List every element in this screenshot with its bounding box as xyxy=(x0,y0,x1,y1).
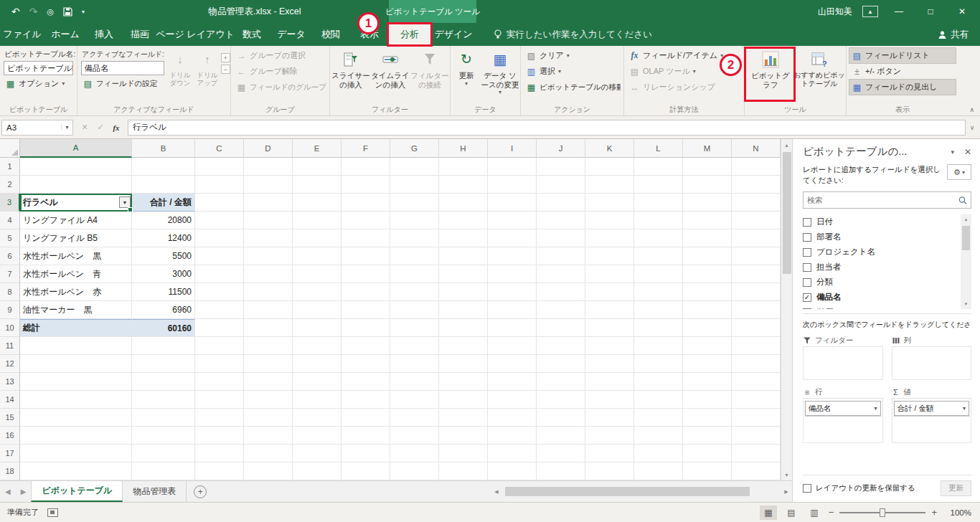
cell-I7[interactable] xyxy=(488,265,537,283)
cell-E12[interactable] xyxy=(293,355,341,373)
cell-M1[interactable] xyxy=(683,158,732,176)
tab-insert[interactable]: 挿入 xyxy=(86,23,122,46)
row-header-1[interactable]: 1 xyxy=(0,158,20,176)
cell-G14[interactable] xyxy=(390,391,439,409)
collapse-field-icon[interactable]: − xyxy=(221,65,230,74)
tell-me-box[interactable]: 実行したい作業を入力してください xyxy=(494,23,652,46)
cell-N2[interactable] xyxy=(732,176,781,194)
cell-D8[interactable] xyxy=(244,283,293,301)
row-header-17[interactable]: 17 xyxy=(0,445,20,462)
cancel-icon[interactable]: ✕ xyxy=(77,123,92,132)
row-header-8[interactable]: 8 xyxy=(0,283,20,301)
cell-D13[interactable] xyxy=(244,373,293,391)
cell-F18[interactable] xyxy=(341,462,390,480)
cell-B17[interactable] xyxy=(132,445,195,462)
zoom-in-icon[interactable]: + xyxy=(931,507,937,518)
zoom-slider[interactable] xyxy=(839,512,925,513)
zoom-out-icon[interactable]: − xyxy=(829,507,834,518)
cell-F15[interactable] xyxy=(341,409,390,427)
cell-K5[interactable] xyxy=(585,229,634,247)
cell-C13[interactable] xyxy=(195,373,244,391)
field-list-scrollbar[interactable]: ▲ ▼ xyxy=(961,214,971,309)
column-header-C[interactable]: C xyxy=(195,139,244,158)
cell-J11[interactable] xyxy=(537,337,585,355)
recommended-pivottables-button[interactable]: ? おすすめピボットテーブル xyxy=(793,47,845,104)
pane-options-icon[interactable]: ▾ xyxy=(945,148,960,156)
cell-F2[interactable] xyxy=(341,176,390,194)
tab-formulas[interactable]: 数式 xyxy=(232,23,271,46)
row-header-6[interactable]: 6 xyxy=(0,247,20,265)
cell-F9[interactable] xyxy=(341,301,390,319)
cell-F17[interactable] xyxy=(341,445,390,462)
columns-area[interactable] xyxy=(892,347,972,380)
cell-M3[interactable] xyxy=(683,194,732,212)
cell-L17[interactable] xyxy=(634,445,683,462)
cell-E8[interactable] xyxy=(293,283,341,301)
tab-review[interactable]: 校閲 xyxy=(311,23,350,46)
column-header-L[interactable]: L xyxy=(634,139,683,158)
cell-F5[interactable] xyxy=(341,229,390,247)
cell-E10[interactable] xyxy=(293,319,341,337)
cell-D3[interactable] xyxy=(244,194,293,212)
cell-C9[interactable] xyxy=(195,301,244,319)
cell-K12[interactable] xyxy=(585,355,634,373)
cell-C6[interactable] xyxy=(195,247,244,265)
column-header-D[interactable]: D xyxy=(244,139,293,158)
cell-M16[interactable] xyxy=(683,427,732,445)
column-header-K[interactable]: K xyxy=(585,139,634,158)
cell-G11[interactable] xyxy=(390,337,439,355)
minimize-button[interactable]: — xyxy=(888,6,910,16)
cell-H17[interactable] xyxy=(439,445,488,462)
active-field-input[interactable]: 備品名 xyxy=(81,61,164,75)
column-header-B[interactable]: B xyxy=(132,139,195,158)
drill-down-button[interactable]: ↓ ドリルダウン xyxy=(166,47,194,92)
cell-H2[interactable] xyxy=(439,176,488,194)
cell-A12[interactable] xyxy=(20,355,132,373)
cell-I3[interactable] xyxy=(488,194,537,212)
tab-data[interactable]: データ xyxy=(271,23,311,46)
cell-D18[interactable] xyxy=(244,462,293,480)
change-data-source-button[interactable]: ▦ データ ソースの変更 ▾ xyxy=(481,47,519,104)
column-header-M[interactable]: M xyxy=(683,139,732,158)
cell-L11[interactable] xyxy=(634,337,683,355)
cell-C3[interactable] xyxy=(195,194,244,212)
cell-L10[interactable] xyxy=(634,319,683,337)
search-input[interactable] xyxy=(804,196,956,204)
cell-B1[interactable] xyxy=(132,158,195,176)
drill-up-button[interactable]: ↑ ドリルアップ xyxy=(194,47,221,92)
cell-N7[interactable] xyxy=(732,265,781,283)
cell-E16[interactable] xyxy=(293,427,341,445)
cell-L7[interactable] xyxy=(634,265,683,283)
sheet-tab-pivot[interactable]: ピボットテーブル xyxy=(31,481,123,502)
cell-H5[interactable] xyxy=(439,229,488,247)
close-button[interactable]: ✕ xyxy=(951,6,973,16)
cell-J1[interactable] xyxy=(537,158,585,176)
cell-H4[interactable] xyxy=(439,212,488,229)
select-all-corner[interactable] xyxy=(0,139,20,158)
cell-D7[interactable] xyxy=(244,265,293,283)
row-labels-filter-icon[interactable]: ▼ xyxy=(119,196,131,208)
cell-B15[interactable] xyxy=(132,409,195,427)
cell-F4[interactable] xyxy=(341,212,390,229)
cell-D6[interactable] xyxy=(244,247,293,265)
row-header-10[interactable]: 10 xyxy=(0,319,20,337)
cell-K3[interactable] xyxy=(585,194,634,212)
new-sheet-button[interactable]: + xyxy=(194,485,207,498)
cell-M15[interactable] xyxy=(683,409,732,427)
scroll-right-icon[interactable]: ▶ xyxy=(781,486,792,498)
cell-M12[interactable] xyxy=(683,355,732,373)
cell-B12[interactable] xyxy=(132,355,195,373)
cell-J16[interactable] xyxy=(537,427,585,445)
cell-I12[interactable] xyxy=(488,355,537,373)
cell-D2[interactable] xyxy=(244,176,293,194)
ribbon-display-options-icon[interactable]: ▲ xyxy=(862,6,878,17)
cell-A17[interactable] xyxy=(20,445,132,462)
cell-G8[interactable] xyxy=(390,283,439,301)
cell-A9[interactable]: 油性マーカー 黒 xyxy=(20,301,132,319)
refresh-button[interactable]: ↻ 更新 ▾ xyxy=(452,47,481,104)
row-header-4[interactable]: 4 xyxy=(0,212,20,229)
pane-close-icon[interactable]: ✕ xyxy=(960,147,971,157)
field-item-単価[interactable]: 単価 xyxy=(803,305,961,309)
cell-A18[interactable] xyxy=(20,462,132,480)
cell-B2[interactable] xyxy=(132,176,195,194)
